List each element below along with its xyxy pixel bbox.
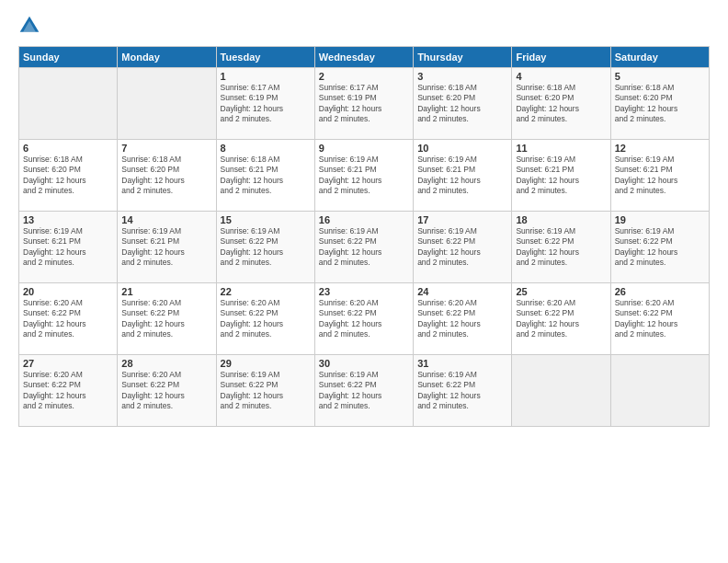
logo-icon (18, 15, 40, 37)
day-number: 14 (121, 214, 211, 225)
cell-content: Sunrise: 6:18 AM Sunset: 6:20 PM Dayligh… (516, 83, 606, 125)
calendar-cell: 18Sunrise: 6:19 AM Sunset: 6:22 PM Dayli… (512, 212, 610, 283)
calendar-cell: 5Sunrise: 6:18 AM Sunset: 6:20 PM Daylig… (610, 68, 709, 140)
day-number: 5 (615, 71, 705, 82)
day-number: 29 (221, 358, 311, 369)
calendar-cell (610, 355, 709, 427)
calendar-cell: 31Sunrise: 6:19 AM Sunset: 6:22 PM Dayli… (414, 355, 512, 427)
cell-content: Sunrise: 6:18 AM Sunset: 6:20 PM Dayligh… (615, 83, 705, 125)
day-header-wednesday: Wednesday (314, 47, 413, 68)
day-number: 12 (615, 143, 705, 154)
cell-content: Sunrise: 6:19 AM Sunset: 6:21 PM Dayligh… (319, 155, 409, 197)
day-number: 3 (417, 71, 507, 82)
day-header-friday: Friday (512, 47, 610, 68)
day-number: 2 (319, 71, 409, 82)
cell-content: Sunrise: 6:19 AM Sunset: 6:22 PM Dayligh… (417, 226, 507, 269)
day-number: 11 (516, 143, 606, 154)
day-number: 30 (319, 358, 409, 369)
day-number: 25 (516, 286, 606, 297)
calendar-cell: 29Sunrise: 6:19 AM Sunset: 6:22 PM Dayli… (216, 355, 314, 427)
cell-content: Sunrise: 6:19 AM Sunset: 6:22 PM Dayligh… (417, 370, 507, 412)
page: SundayMondayTuesdayWednesdayThursdayFrid… (0, 0, 728, 563)
day-number: 17 (417, 214, 507, 225)
cell-content: Sunrise: 6:19 AM Sunset: 6:21 PM Dayligh… (417, 155, 507, 197)
calendar-cell: 7Sunrise: 6:18 AM Sunset: 6:20 PM Daylig… (118, 140, 216, 212)
day-number: 15 (221, 214, 311, 225)
day-header-tuesday: Tuesday (216, 47, 314, 68)
week-row-3: 13Sunrise: 6:19 AM Sunset: 6:21 PM Dayli… (19, 212, 710, 283)
calendar-cell: 28Sunrise: 6:20 AM Sunset: 6:22 PM Dayli… (118, 355, 216, 427)
day-number: 23 (319, 286, 409, 297)
cell-content: Sunrise: 6:19 AM Sunset: 6:22 PM Dayligh… (319, 370, 409, 412)
calendar-cell (118, 68, 216, 140)
day-number: 4 (516, 71, 606, 82)
cell-content: Sunrise: 6:20 AM Sunset: 6:22 PM Dayligh… (23, 370, 113, 412)
cell-content: Sunrise: 6:19 AM Sunset: 6:21 PM Dayligh… (23, 226, 113, 269)
cell-content: Sunrise: 6:20 AM Sunset: 6:22 PM Dayligh… (121, 298, 211, 340)
day-number: 13 (23, 214, 113, 225)
calendar-cell: 12Sunrise: 6:19 AM Sunset: 6:21 PM Dayli… (610, 140, 709, 212)
cell-content: Sunrise: 6:20 AM Sunset: 6:22 PM Dayligh… (615, 298, 705, 340)
day-header-monday: Monday (118, 47, 216, 68)
calendar-cell: 10Sunrise: 6:19 AM Sunset: 6:21 PM Dayli… (414, 140, 512, 212)
calendar-cell: 3Sunrise: 6:18 AM Sunset: 6:20 PM Daylig… (414, 68, 512, 140)
cell-content: Sunrise: 6:19 AM Sunset: 6:21 PM Dayligh… (516, 155, 606, 197)
cell-content: Sunrise: 6:17 AM Sunset: 6:19 PM Dayligh… (319, 83, 409, 125)
calendar-cell: 6Sunrise: 6:18 AM Sunset: 6:20 PM Daylig… (19, 140, 118, 212)
week-row-5: 27Sunrise: 6:20 AM Sunset: 6:22 PM Dayli… (19, 355, 710, 427)
cell-content: Sunrise: 6:18 AM Sunset: 6:20 PM Dayligh… (417, 83, 507, 125)
calendar-cell (512, 355, 610, 427)
cell-content: Sunrise: 6:20 AM Sunset: 6:22 PM Dayligh… (121, 370, 211, 412)
day-header-sunday: Sunday (19, 47, 118, 68)
day-number: 22 (221, 286, 311, 297)
calendar-cell: 23Sunrise: 6:20 AM Sunset: 6:22 PM Dayli… (314, 283, 413, 355)
calendar-cell: 20Sunrise: 6:20 AM Sunset: 6:22 PM Dayli… (19, 283, 118, 355)
calendar-cell: 16Sunrise: 6:19 AM Sunset: 6:22 PM Dayli… (314, 212, 413, 283)
day-number: 31 (417, 358, 507, 369)
day-number: 16 (319, 214, 409, 225)
week-row-4: 20Sunrise: 6:20 AM Sunset: 6:22 PM Dayli… (19, 283, 710, 355)
cell-content: Sunrise: 6:18 AM Sunset: 6:20 PM Dayligh… (121, 155, 211, 197)
cell-content: Sunrise: 6:19 AM Sunset: 6:22 PM Dayligh… (615, 226, 705, 269)
calendar-cell: 22Sunrise: 6:20 AM Sunset: 6:22 PM Dayli… (216, 283, 314, 355)
calendar-cell: 2Sunrise: 6:17 AM Sunset: 6:19 PM Daylig… (314, 68, 413, 140)
cell-content: Sunrise: 6:18 AM Sunset: 6:20 PM Dayligh… (23, 155, 113, 197)
calendar-cell: 26Sunrise: 6:20 AM Sunset: 6:22 PM Dayli… (610, 283, 709, 355)
calendar-cell (19, 68, 118, 140)
day-number: 6 (23, 143, 113, 154)
day-number: 10 (417, 143, 507, 154)
day-number: 8 (221, 143, 311, 154)
calendar-cell: 15Sunrise: 6:19 AM Sunset: 6:22 PM Dayli… (216, 212, 314, 283)
week-row-1: 1Sunrise: 6:17 AM Sunset: 6:19 PM Daylig… (19, 68, 710, 140)
cell-content: Sunrise: 6:19 AM Sunset: 6:22 PM Dayligh… (319, 226, 409, 269)
day-number: 7 (121, 143, 211, 154)
cell-content: Sunrise: 6:19 AM Sunset: 6:22 PM Dayligh… (221, 226, 311, 269)
day-header-saturday: Saturday (610, 47, 709, 68)
calendar-cell: 21Sunrise: 6:20 AM Sunset: 6:22 PM Dayli… (118, 283, 216, 355)
calendar-cell: 30Sunrise: 6:19 AM Sunset: 6:22 PM Dayli… (314, 355, 413, 427)
calendar-cell: 1Sunrise: 6:17 AM Sunset: 6:19 PM Daylig… (216, 68, 314, 140)
day-number: 28 (121, 358, 211, 369)
calendar-cell: 8Sunrise: 6:18 AM Sunset: 6:21 PM Daylig… (216, 140, 314, 212)
cell-content: Sunrise: 6:19 AM Sunset: 6:22 PM Dayligh… (516, 226, 606, 269)
cell-content: Sunrise: 6:19 AM Sunset: 6:21 PM Dayligh… (121, 226, 211, 269)
day-number: 24 (417, 286, 507, 297)
header (18, 15, 710, 37)
cell-content: Sunrise: 6:20 AM Sunset: 6:22 PM Dayligh… (319, 298, 409, 340)
calendar-cell: 25Sunrise: 6:20 AM Sunset: 6:22 PM Dayli… (512, 283, 610, 355)
day-number: 27 (23, 358, 113, 369)
day-number: 1 (221, 71, 311, 82)
cell-content: Sunrise: 6:20 AM Sunset: 6:22 PM Dayligh… (516, 298, 606, 340)
day-number: 21 (121, 286, 211, 297)
day-header-thursday: Thursday (414, 47, 512, 68)
calendar-cell: 4Sunrise: 6:18 AM Sunset: 6:20 PM Daylig… (512, 68, 610, 140)
calendar-cell: 14Sunrise: 6:19 AM Sunset: 6:21 PM Dayli… (118, 212, 216, 283)
header-row: SundayMondayTuesdayWednesdayThursdayFrid… (19, 47, 710, 68)
cell-content: Sunrise: 6:20 AM Sunset: 6:22 PM Dayligh… (417, 298, 507, 340)
cell-content: Sunrise: 6:19 AM Sunset: 6:22 PM Dayligh… (221, 370, 311, 412)
calendar-cell: 27Sunrise: 6:20 AM Sunset: 6:22 PM Dayli… (19, 355, 118, 427)
calendar-cell: 19Sunrise: 6:19 AM Sunset: 6:22 PM Dayli… (610, 212, 709, 283)
calendar-table: SundayMondayTuesdayWednesdayThursdayFrid… (18, 46, 710, 427)
day-number: 9 (319, 143, 409, 154)
week-row-2: 6Sunrise: 6:18 AM Sunset: 6:20 PM Daylig… (19, 140, 710, 212)
